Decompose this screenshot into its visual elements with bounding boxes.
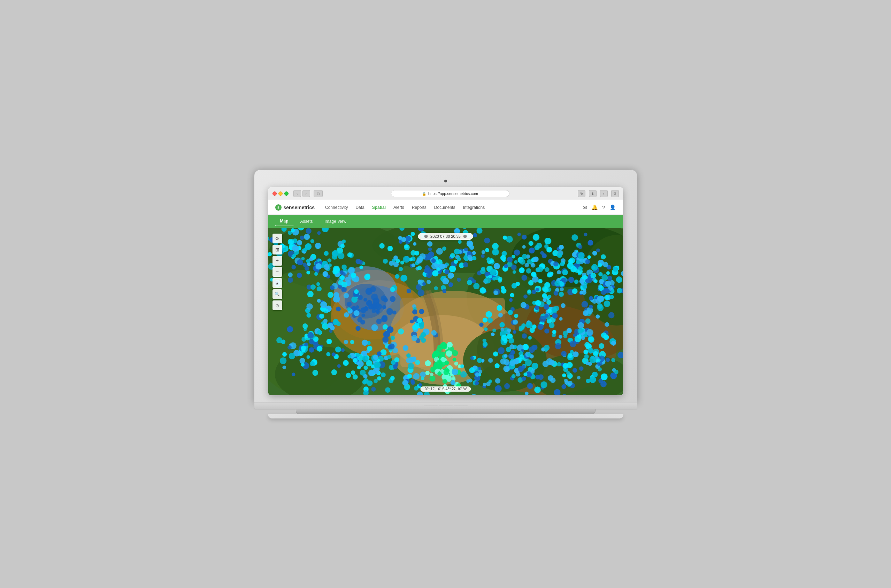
minimize-button[interactable] bbox=[278, 192, 283, 196]
nav-icons: ✉ 🔔 ? 👤 bbox=[582, 204, 616, 211]
slider-right-handle[interactable] bbox=[464, 235, 467, 238]
webcam bbox=[444, 180, 447, 182]
notifications-icon[interactable]: 🔔 bbox=[591, 204, 598, 211]
nav-alerts[interactable]: Alerts bbox=[393, 205, 404, 210]
nav-connectivity[interactable]: Connectivity bbox=[325, 205, 348, 210]
laptop-foot bbox=[268, 414, 623, 418]
laptop-outer: ‹ › ⊡ 🔒 https://app.sensemetrics.com ↻ ⬇… bbox=[254, 170, 637, 418]
compass-control[interactable]: ▲ bbox=[272, 278, 282, 288]
timestamp-label: 2020-07-30 20:35 bbox=[430, 234, 461, 238]
reader-view-button[interactable]: ⊡ bbox=[314, 190, 323, 197]
forward-button[interactable]: › bbox=[303, 190, 310, 197]
share-button[interactable]: ↑ bbox=[600, 190, 608, 197]
brand-icon: s bbox=[275, 204, 281, 211]
help-icon[interactable]: ? bbox=[602, 204, 605, 210]
brand-icon-letter: s bbox=[277, 206, 280, 209]
slider-left-handle[interactable] bbox=[424, 235, 427, 238]
locate-control[interactable]: ◎ bbox=[272, 300, 282, 310]
map-container: ⚙ ⊞ + − ▲ 🔍 ◎ 2020-07-30 20:35 bbox=[268, 228, 623, 395]
tab-image-view[interactable]: Image View bbox=[320, 217, 351, 226]
email-icon[interactable]: ✉ bbox=[582, 204, 587, 211]
browser-nav-buttons: ‹ › bbox=[293, 190, 310, 197]
zoom-out-control[interactable]: − bbox=[272, 267, 282, 277]
time-slider[interactable]: 2020-07-30 20:35 bbox=[418, 233, 473, 240]
browser-window: ‹ › ⊡ 🔒 https://app.sensemetrics.com ↻ ⬇… bbox=[268, 187, 623, 395]
zoom-in-control[interactable]: + bbox=[272, 256, 282, 266]
traffic-lights bbox=[272, 192, 289, 196]
sub-tab-bar: Map Assets Image View bbox=[268, 215, 623, 228]
brand-name: sensemetrics bbox=[284, 205, 315, 210]
app-navbar: s sensemetrics Connectivity Data Spatial… bbox=[268, 200, 623, 215]
settings-map-control[interactable]: ⚙ bbox=[272, 234, 282, 243]
close-button[interactable] bbox=[272, 192, 277, 196]
user-icon[interactable]: 👤 bbox=[610, 204, 616, 211]
ventilation-slots bbox=[424, 406, 468, 406]
map-controls: ⚙ ⊞ + − ▲ 🔍 ◎ bbox=[272, 234, 282, 310]
coordinates-text: 20° 12' 16" S 43° 27' 10" W bbox=[424, 387, 467, 391]
tab-assets[interactable]: Assets bbox=[295, 217, 318, 226]
reload-button[interactable]: ↻ bbox=[578, 190, 585, 197]
nav-data[interactable]: Data bbox=[355, 205, 364, 210]
laptop-base bbox=[254, 402, 637, 410]
nav-documents[interactable]: Documents bbox=[434, 205, 455, 210]
laptop-stand bbox=[296, 410, 596, 414]
url-text: https://app.sensemetrics.com bbox=[428, 192, 478, 196]
tab-map[interactable]: Map bbox=[275, 216, 293, 226]
layers-map-control[interactable]: ⊞ bbox=[272, 245, 282, 255]
svg-point-10 bbox=[345, 284, 387, 318]
browser-titlebar: ‹ › ⊡ 🔒 https://app.sensemetrics.com ↻ ⬇… bbox=[268, 187, 623, 200]
download-button[interactable]: ⬇ bbox=[589, 190, 596, 197]
screen-bezel: ‹ › ⊡ 🔒 https://app.sensemetrics.com ↻ ⬇… bbox=[254, 170, 637, 402]
laptop-wrapper: ‹ › ⊡ 🔒 https://app.sensemetrics.com ↻ ⬇… bbox=[240, 156, 651, 432]
nav-reports[interactable]: Reports bbox=[412, 205, 426, 210]
address-bar[interactable]: 🔒 https://app.sensemetrics.com bbox=[391, 190, 509, 197]
terrain-background bbox=[268, 228, 623, 395]
nav-spatial[interactable]: Spatial bbox=[372, 205, 386, 210]
coordinates-badge: 20° 12' 16" S 43° 27' 10" W bbox=[420, 386, 471, 392]
nav-integrations[interactable]: Integrations bbox=[463, 205, 485, 210]
nav-links: Connectivity Data Spatial Alerts Reports… bbox=[325, 205, 582, 210]
brand-logo: s sensemetrics bbox=[275, 204, 315, 211]
browser-controls: ↻ ⬇ ↑ ⧉ bbox=[578, 190, 619, 197]
maximize-button[interactable] bbox=[284, 192, 289, 196]
lock-icon: 🔒 bbox=[422, 192, 426, 196]
tabs-button[interactable]: ⧉ bbox=[611, 190, 619, 197]
search-map-control[interactable]: 🔍 bbox=[272, 289, 282, 299]
back-button[interactable]: ‹ bbox=[293, 190, 301, 197]
